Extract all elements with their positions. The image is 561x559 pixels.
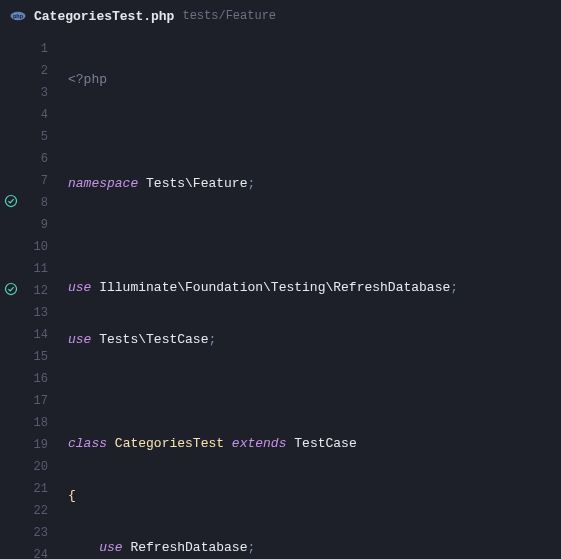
svg-point-3 (5, 283, 16, 294)
svg-point-2 (5, 195, 16, 206)
line-number-gutter: 1 2 3 4 5 6 7 8 9 10 11 12 13 14 15 16 1… (22, 38, 54, 559)
line-number: 9 (41, 214, 48, 236)
test-pass-icon (4, 194, 18, 212)
line-number: 18 (34, 412, 48, 434)
code-line (68, 224, 561, 246)
line-number: 5 (41, 126, 48, 148)
line-number: 15 (34, 346, 48, 368)
code-line: use RefreshDatabase; (68, 536, 561, 558)
line-number: 24 (34, 544, 48, 559)
line-number: 21 (34, 478, 48, 500)
line-number: 8 (41, 192, 48, 214)
editor-tab-bar: php CategoriesTest.php tests/Feature (0, 0, 561, 32)
line-number: 22 (34, 500, 48, 522)
line-number: 19 (34, 434, 48, 456)
code-line: class CategoriesTest extends TestCase (68, 432, 561, 454)
line-number: 12 (34, 280, 48, 302)
code-line: { (68, 484, 561, 506)
line-number: 10 (34, 236, 48, 258)
line-number: 7 (41, 170, 48, 192)
code-area[interactable]: <?php namespace Tests\Feature; use Illum… (54, 38, 561, 559)
code-line: use Illuminate\Foundation\Testing\Refres… (68, 276, 561, 298)
test-pass-icon (4, 282, 18, 300)
code-line: use Tests\TestCase; (68, 328, 561, 350)
line-number: 16 (34, 368, 48, 390)
code-line (68, 380, 561, 402)
gutter-markers (0, 38, 22, 559)
php-file-icon: php (10, 8, 26, 24)
tab-filename[interactable]: CategoriesTest.php (34, 9, 174, 24)
code-line (68, 120, 561, 142)
code-line: <?php (68, 68, 561, 90)
line-number: 4 (41, 104, 48, 126)
line-number: 11 (34, 258, 48, 280)
line-number: 13 (34, 302, 48, 324)
code-editor[interactable]: 1 2 3 4 5 6 7 8 9 10 11 12 13 14 15 16 1… (0, 32, 561, 559)
line-number: 6 (41, 148, 48, 170)
line-number: 14 (34, 324, 48, 346)
svg-text:php: php (13, 13, 24, 19)
tab-path: tests/Feature (182, 9, 276, 23)
line-number: 1 (41, 38, 48, 60)
line-number: 17 (34, 390, 48, 412)
line-number: 2 (41, 60, 48, 82)
line-number: 20 (34, 456, 48, 478)
line-number: 23 (34, 522, 48, 544)
line-number: 3 (41, 82, 48, 104)
code-line: namespace Tests\Feature; (68, 172, 561, 194)
